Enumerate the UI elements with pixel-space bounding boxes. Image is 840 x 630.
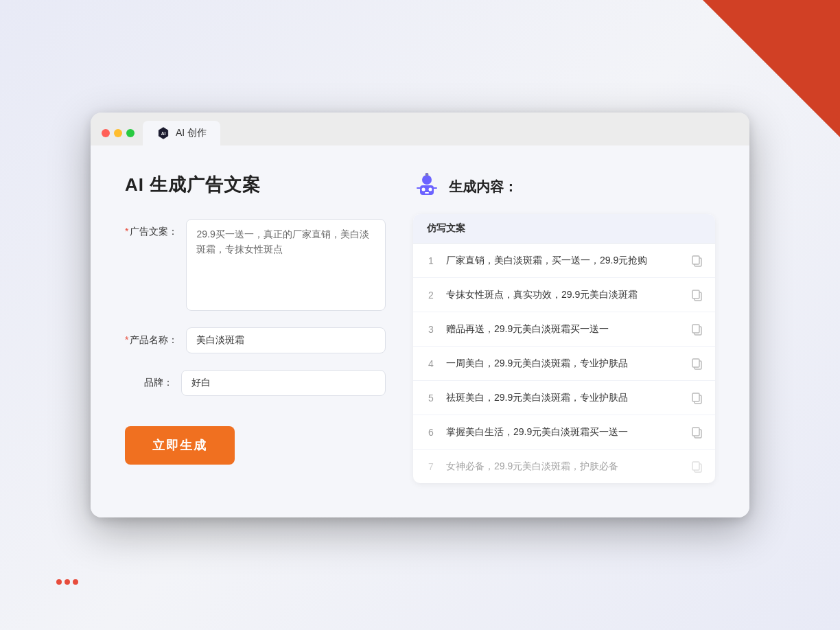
copy-icon[interactable] [690,460,704,474]
traffic-lights [102,129,135,137]
svg-rect-6 [425,192,429,194]
svg-rect-16 [692,325,699,333]
result-row: 4 一周美白，29.9元美白淡斑霜，专业护肤品 [413,347,715,381]
svg-rect-12 [692,256,699,264]
left-panel: AI 生成广告文案 *广告文案： 29.9买一送一，真正的厂家直销，美白淡斑霜，… [125,173,386,483]
required-star-product: * [125,334,128,345]
row-number: 5 [424,393,438,404]
traffic-light-close[interactable] [102,129,110,137]
svg-rect-24 [692,462,699,470]
browser-chrome: AI AI 创作 [91,113,749,145]
row-number: 6 [424,427,438,438]
svg-point-5 [429,188,432,191]
svg-rect-18 [692,359,699,367]
input-product-name[interactable] [186,327,386,353]
row-text: 一周美白，29.9元美白淡斑霜，专业护肤品 [446,356,682,371]
row-number: 3 [424,324,438,335]
form-row-ad-copy: *广告文案： 29.9买一送一，真正的厂家直销，美白淡斑霜，专抹女性斑点 [125,219,386,311]
svg-rect-14 [692,290,699,299]
robot-icon [413,173,441,200]
row-number: 1 [424,255,438,266]
copy-icon[interactable] [690,323,704,336]
row-number: 2 [424,290,438,301]
label-ad-copy: *广告文案： [125,219,178,238]
deco-dots [55,576,80,589]
result-header: 生成内容： [413,173,715,200]
right-panel: 生成内容： 仿写文案 1 厂家直销，美白淡斑霜，买一送一，29.9元抢购 [413,173,715,483]
row-text: 掌握美白生活，29.9元美白淡斑霜买一送一 [446,425,682,439]
row-text: 赠品再送，29.9元美白淡斑霜买一送一 [446,322,682,336]
svg-rect-20 [692,393,699,401]
copy-icon[interactable] [690,425,704,439]
table-header: 仿写文案 [413,214,715,244]
input-brand[interactable] [181,370,386,396]
result-row: 2 专抹女性斑点，真实功效，29.9元美白淡斑霜 [413,278,715,312]
row-text: 厂家直销，美白淡斑霜，买一送一，29.9元抢购 [446,253,682,268]
svg-point-4 [422,188,425,191]
row-number: 7 [424,461,438,472]
input-ad-copy[interactable]: 29.9买一送一，真正的厂家直销，美白淡斑霜，专抹女性斑点 [186,219,386,311]
form-row-product-name: *产品名称： [125,327,386,353]
generate-button[interactable]: 立即生成 [125,426,235,465]
browser-window: AI AI 创作 AI 生成广告文案 *广告文案： 29.9买一送一，真正的厂家… [91,113,749,517]
result-title: 生成内容： [449,178,517,196]
result-row: 6 掌握美白生活，29.9元美白淡斑霜买一送一 [413,415,715,450]
result-row: 5 祛斑美白，29.9元美白淡斑霜，专业护肤品 [413,381,715,415]
row-text: 祛斑美白，29.9元美白淡斑霜，专业护肤品 [446,390,682,405]
results-table: 仿写文案 1 厂家直销，美白淡斑霜，买一送一，29.9元抢购 2 专抹女性斑点 [413,214,715,483]
label-brand: 品牌： [125,370,173,389]
copy-icon[interactable] [690,357,704,371]
traffic-light-minimize[interactable] [114,129,122,137]
row-text: 女神必备，29.9元美白淡斑霜，护肤必备 [446,459,682,474]
required-star-ad: * [125,226,128,237]
browser-tab[interactable]: AI AI 创作 [143,121,220,145]
svg-point-8 [425,173,428,176]
traffic-light-maximize[interactable] [126,129,135,137]
svg-text:AI: AI [161,131,166,136]
copy-icon[interactable] [690,254,704,268]
ai-tab-icon: AI [156,126,170,140]
scene-background: AI AI 创作 AI 生成广告文案 *广告文案： 29.9买一送一，真正的厂家… [0,0,840,630]
copy-icon[interactable] [690,288,704,302]
svg-rect-22 [692,428,699,436]
copy-icon[interactable] [690,391,704,405]
browser-content: AI 生成广告文案 *广告文案： 29.9买一送一，真正的厂家直销，美白淡斑霜，… [91,145,749,517]
row-text: 专抹女性斑点，真实功效，29.9元美白淡斑霜 [446,288,682,302]
label-product-name: *产品名称： [125,327,178,347]
result-row: 7 女神必备，29.9元美白淡斑霜，护肤必备 [413,450,715,483]
page-title: AI 生成广告文案 [125,173,386,197]
row-number: 4 [424,358,438,369]
result-row: 1 厂家直销，美白淡斑霜，买一送一，29.9元抢购 [413,244,715,278]
result-row: 3 赠品再送，29.9元美白淡斑霜买一送一 [413,312,715,347]
form-row-brand: 品牌： [125,370,386,396]
tab-label: AI 创作 [176,127,207,139]
